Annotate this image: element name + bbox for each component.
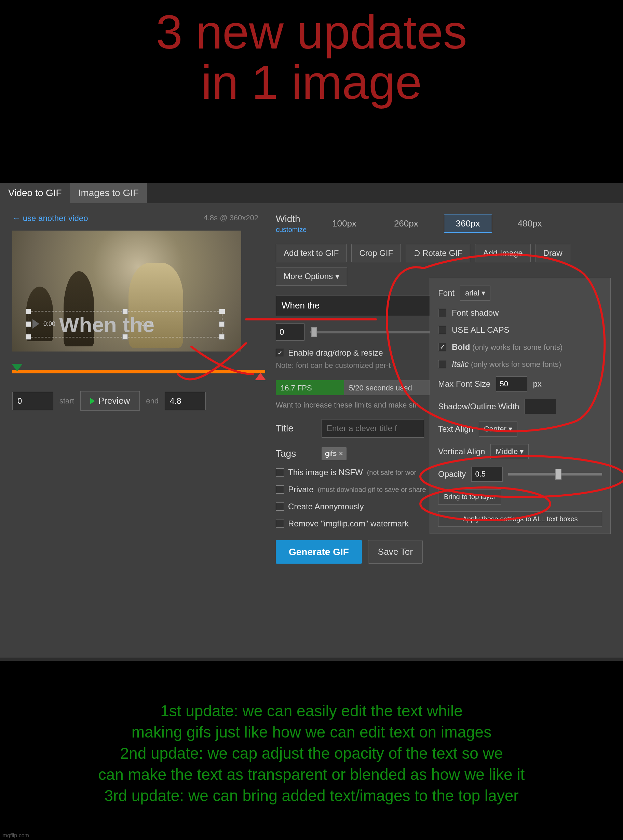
tab-images-to-gif[interactable]: Images to GIF (70, 183, 147, 203)
private-label: Private (288, 485, 314, 494)
vertalign-label: Vertical Align (438, 447, 485, 456)
overlay-time-left: 0:00 (43, 320, 55, 327)
tags-label: Tags (276, 448, 313, 459)
add-text-button[interactable]: Add text to GIF (276, 244, 347, 262)
enable-drag-checkbox[interactable]: ✓ (276, 349, 284, 357)
width-100-option[interactable]: 100px (320, 214, 368, 233)
font-shadow-checkbox[interactable] (438, 309, 446, 317)
italic-checkbox[interactable] (438, 360, 446, 368)
meme-bottom-caption: 1st update: we can easily edit the text … (0, 700, 623, 806)
width-480-option[interactable]: 480px (506, 214, 554, 233)
title-input[interactable] (322, 419, 424, 438)
font-shadow-label: Font shadow (452, 308, 499, 318)
allcaps-label: USE ALL CAPS (452, 325, 509, 335)
anon-checkbox[interactable] (276, 502, 284, 511)
opacity-slider[interactable] (508, 473, 602, 476)
app-window: Video to GIF Images to GIF ← use another… (0, 183, 623, 661)
shadow-width-input[interactable] (525, 399, 556, 414)
title-label: Title (276, 423, 313, 434)
textalign-label: Text Align (438, 424, 473, 434)
use-another-video-link[interactable]: ← use another video (12, 214, 88, 223)
add-image-button[interactable]: Add Image (475, 244, 530, 262)
fps-indicator[interactable]: 16.7 FPS (276, 380, 344, 395)
width-360-option[interactable]: 360px (444, 214, 492, 233)
opacity-label: Opacity (438, 469, 466, 479)
meme-top-title: 3 new updates in 1 image (0, 0, 623, 107)
px-label: px (533, 379, 541, 389)
rotate-icon (414, 250, 420, 256)
play-icon[interactable] (32, 319, 39, 329)
width-260-option[interactable]: 260px (382, 214, 430, 233)
anon-label: Create Anonymously (288, 502, 364, 511)
maxfont-input[interactable] (496, 376, 527, 392)
play-triangle-icon (90, 398, 95, 404)
seconds-used-indicator: 5/20 seconds used (344, 380, 438, 395)
italic-label: Italic (452, 360, 468, 369)
bold-label: Bold (452, 342, 470, 352)
more-options-button[interactable]: More Options ▾ (276, 267, 347, 286)
video-preview[interactable]: When the 0:00 0:00 ⟳ (12, 231, 241, 352)
end-label: end (146, 396, 158, 405)
video-meta-text: 4.8s @ 360x202 (203, 214, 258, 222)
bold-checkbox[interactable]: ✓ (438, 343, 446, 351)
start-label: start (60, 396, 74, 405)
nsfw-label: This image is NSFW (288, 468, 363, 477)
text-overlay-box[interactable]: When the 0:00 0:00 (28, 311, 222, 338)
rotate-gif-button[interactable]: Rotate GIF (406, 244, 470, 262)
width-label: Width (276, 214, 307, 225)
resize-corner-icon[interactable] (220, 309, 225, 314)
nsfw-checkbox[interactable] (276, 468, 284, 477)
draw-button[interactable]: Draw (536, 244, 570, 262)
tag-chip-gifs[interactable]: gifs × (322, 447, 347, 460)
enable-drag-label: Enable drag/drop & resize (288, 348, 383, 358)
font-select[interactable]: arial ▾ (460, 286, 490, 301)
opacity-input[interactable] (471, 467, 503, 482)
nsfw-sublabel: (not safe for wor (367, 469, 417, 477)
timing-start-input[interactable] (276, 323, 304, 341)
bring-to-top-button[interactable]: Bring to top layer (438, 489, 501, 505)
italic-hint: (only works for some fonts) (471, 360, 561, 369)
shadow-width-label: Shadow/Outline Width (438, 402, 519, 411)
end-time-input[interactable] (165, 392, 206, 410)
preview-button[interactable]: Preview (80, 391, 140, 411)
timeline-end-handle[interactable] (255, 373, 266, 380)
timeline-start-handle[interactable] (12, 364, 23, 371)
vertalign-select[interactable]: Middle ▾ (490, 444, 529, 459)
text-settings-popover: Font arial ▾ Font shadow USE ALL CAPS ✓ … (430, 278, 611, 534)
allcaps-checkbox[interactable] (438, 326, 446, 334)
save-template-button[interactable]: Save Ter (368, 540, 423, 564)
private-checkbox[interactable] (276, 485, 284, 494)
overlay-time-right: 0:00 (141, 320, 153, 327)
customize-link[interactable]: customize (276, 226, 307, 234)
remove-watermark-checkbox[interactable] (276, 520, 284, 528)
tab-video-to-gif[interactable]: Video to GIF (0, 183, 70, 203)
private-sublabel: (must download gif to save or share (318, 486, 426, 494)
remove-watermark-label: Remove "imgflip.com" watermark (288, 519, 409, 528)
apply-all-button[interactable]: Apply these settings to ALL text boxes (438, 511, 602, 527)
font-label: Font (438, 288, 454, 298)
generate-gif-button[interactable]: Generate GIF (276, 540, 362, 564)
timeline[interactable] (12, 366, 265, 378)
maxfont-label: Max Font Size (438, 379, 490, 389)
bold-hint: (only works for some fonts) (472, 343, 563, 352)
start-time-input[interactable] (12, 392, 53, 410)
crop-gif-button[interactable]: Crop GIF (351, 244, 401, 262)
textalign-select[interactable]: Center ▾ (479, 422, 517, 436)
imgflip-watermark: imgflip.com (2, 832, 29, 838)
